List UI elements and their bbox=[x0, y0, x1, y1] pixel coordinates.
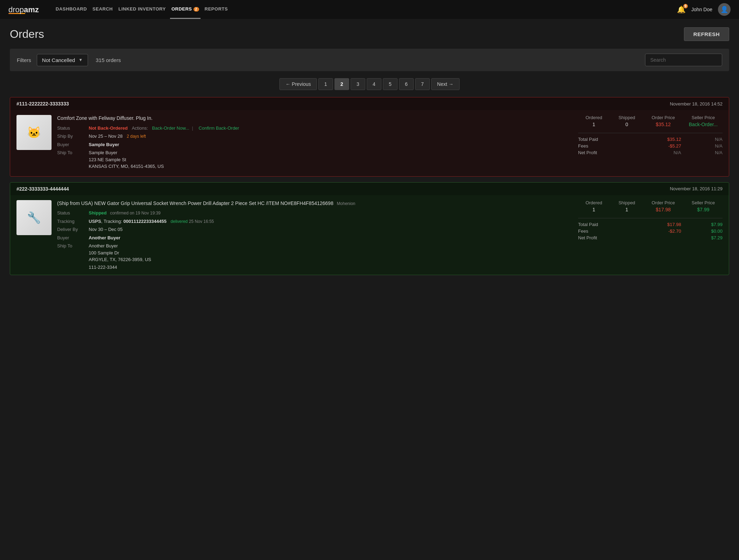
financials-grid: Total Paid $35.12 N/A Fees -$5.27 N/A Ne… bbox=[578, 133, 723, 155]
col-ordered: Ordered bbox=[578, 115, 610, 120]
col-seller-price: Seller Price bbox=[684, 200, 723, 205]
logo[interactable]: dropamz bbox=[8, 5, 39, 14]
tracking-row: Tracking USPS, Tracking: 000111222333444… bbox=[57, 218, 567, 225]
ship-to-row: Ship To Another Buyer100 Sample DrARGYLE… bbox=[57, 243, 567, 263]
nav-link-orders[interactable]: ORDERS2 bbox=[170, 0, 201, 19]
total-paid-seller: N/A bbox=[715, 137, 723, 142]
net-profit-label: Net Profit bbox=[578, 235, 597, 240]
page-button-2[interactable]: 2 bbox=[334, 78, 349, 90]
search-input[interactable] bbox=[645, 54, 722, 66]
nav-link-dashboard[interactable]: DASHBOARD bbox=[54, 0, 88, 19]
product-name: (Ship from USA) NEW Gator Grip Universal… bbox=[57, 200, 567, 207]
page-button-7[interactable]: 7 bbox=[415, 78, 430, 90]
filter-dropdown[interactable]: Not Cancelled ▼ bbox=[37, 54, 88, 66]
nav-links: DASHBOARDSEARCHLINKED INVENTORYORDERS2RE… bbox=[54, 0, 229, 19]
fees-order: -$5.27 bbox=[668, 143, 681, 149]
page-button-3[interactable]: 3 bbox=[351, 78, 365, 90]
order-body: 🔧 (Ship from USA) NEW Gator Grip Univers… bbox=[10, 195, 729, 275]
order-stats: Ordered Shipped Order Price Seller Price… bbox=[572, 200, 723, 270]
confirm-backorder-link[interactable]: Confirm Back-Order bbox=[199, 125, 239, 131]
status-value: Not Back-Ordered bbox=[89, 125, 128, 131]
page-title: Orders bbox=[10, 28, 44, 41]
main-content: Orders REFRESH Filters Not Cancelled ▼ 3… bbox=[0, 19, 739, 289]
logo-drop: drop bbox=[8, 5, 24, 14]
refresh-button[interactable]: REFRESH bbox=[684, 27, 729, 41]
total-paid-label: Total Paid bbox=[578, 137, 598, 142]
order-body: 🐱 Comfort Zone with Feliway Diffuser. Pl… bbox=[10, 110, 729, 176]
status-actions: Not Back-Ordered Actions: Back-Order Now… bbox=[89, 125, 239, 132]
days-left-badge: 2 days left bbox=[127, 134, 146, 139]
net-profit-seller: $7.29 bbox=[711, 235, 723, 240]
bell-badge: 9 bbox=[683, 4, 688, 8]
deliver-by-label: Deliver By bbox=[57, 226, 89, 233]
order-id: #222-3333333-4444444 bbox=[16, 186, 69, 192]
status-actions: Shipped confirmed on 19 Nov 19:39 bbox=[89, 210, 161, 217]
actions-label: Actions: bbox=[132, 125, 148, 131]
user-name[interactable]: John Doe bbox=[691, 7, 712, 12]
product-image-placeholder: 🔧 bbox=[16, 200, 52, 235]
buyer-row: Buyer Another Buyer bbox=[57, 234, 567, 241]
ship-by-label: Ship By bbox=[57, 133, 89, 140]
orders-count: 315 orders bbox=[96, 57, 121, 63]
backorder-now-link[interactable]: Back-Order Now... bbox=[152, 125, 189, 131]
order-price-value: $17.98 bbox=[644, 207, 683, 212]
status-value: Shipped bbox=[89, 210, 107, 216]
total-paid-seller: $7.99 bbox=[711, 222, 723, 227]
order-stats: Ordered Shipped Order Price Seller Price… bbox=[572, 115, 723, 171]
ordered-value: 1 bbox=[578, 207, 610, 212]
prev-page-button[interactable]: ← Previous bbox=[279, 78, 317, 90]
tracking-date: 25 Nov 16:55 bbox=[189, 219, 214, 224]
product-image: 🐱 bbox=[16, 115, 52, 150]
col-seller-price: Seller Price bbox=[684, 115, 723, 120]
order-details: (Ship from USA) NEW Gator Grip Universal… bbox=[57, 200, 567, 270]
stats-header: Ordered Shipped Order Price Seller Price bbox=[578, 115, 723, 120]
filters-bar: Filters Not Cancelled ▼ 315 orders bbox=[10, 49, 729, 71]
stats-values: 1 0 $35.12 Back-Order... bbox=[578, 122, 723, 127]
status-row: Status Shipped confirmed on 19 Nov 19:39 bbox=[57, 210, 567, 217]
nav-link-search[interactable]: SEARCH bbox=[91, 0, 114, 19]
net-profit-order: N/A bbox=[673, 150, 681, 155]
page-buttons: 1234567 bbox=[318, 78, 430, 90]
net-profit-label: Net Profit bbox=[578, 150, 597, 155]
buyer-label: Buyer bbox=[57, 234, 89, 241]
bell-button[interactable]: 🔔 9 bbox=[677, 5, 686, 14]
tracking-value: USPS, Tracking: 00011122233344455 delive… bbox=[89, 218, 214, 225]
order-price-value: $35.12 bbox=[644, 122, 683, 127]
buyer-label: Buyer bbox=[57, 141, 89, 148]
page-button-4[interactable]: 4 bbox=[367, 78, 381, 90]
ship-to-label: Ship To bbox=[57, 243, 89, 250]
col-order-price: Order Price bbox=[644, 200, 683, 205]
stats-header: Ordered Shipped Order Price Seller Price bbox=[578, 200, 723, 205]
nav-badge-orders: 2 bbox=[194, 7, 199, 12]
seller-price-value: $7.99 bbox=[684, 207, 723, 212]
logo-amz: amz bbox=[24, 5, 39, 14]
filter-selected-value: Not Cancelled bbox=[42, 57, 75, 63]
page-button-1[interactable]: 1 bbox=[318, 78, 333, 90]
status-row: Status Not Back-Ordered Actions: Back-Or… bbox=[57, 125, 567, 132]
orders-container: #111-2222222-3333333 November 18, 2016 1… bbox=[10, 97, 729, 275]
shipped-value: 0 bbox=[611, 122, 643, 127]
page-button-6[interactable]: 6 bbox=[399, 78, 414, 90]
pagination: ← Previous 1234567 Next → bbox=[10, 78, 729, 90]
page-button-5[interactable]: 5 bbox=[383, 78, 398, 90]
deliver-by-dates: Nov 30 – Dec 05 bbox=[89, 226, 123, 233]
order-details: Comfort Zone with Feliway Diffuser. Plug… bbox=[57, 115, 567, 171]
shipped-value: 1 bbox=[611, 207, 643, 212]
status-label: Status bbox=[57, 210, 89, 217]
nav-link-reports[interactable]: REPORTS bbox=[203, 0, 229, 19]
carrier-name: USPS bbox=[89, 219, 101, 224]
next-page-button[interactable]: Next → bbox=[431, 78, 460, 90]
avatar[interactable]: 👤 bbox=[718, 3, 731, 16]
total-paid-order: $35.12 bbox=[667, 137, 681, 142]
nav-right: 🔔 9 John Doe 👤 bbox=[677, 3, 731, 16]
buyer-row: Buyer Sample Buyer bbox=[57, 141, 567, 148]
fees-label: Fees bbox=[578, 228, 588, 234]
status-label: Status bbox=[57, 125, 89, 132]
fees-seller: N/A bbox=[715, 143, 723, 149]
col-order-price: Order Price bbox=[644, 115, 683, 120]
buyer-name: Another Buyer bbox=[89, 234, 120, 241]
order-header: #111-2222222-3333333 November 18, 2016 1… bbox=[10, 97, 729, 110]
ship-to-address: Another Buyer100 Sample DrARGYLE, TX, 76… bbox=[89, 243, 151, 263]
nav-link-linked-inventory[interactable]: LINKED INVENTORY bbox=[117, 0, 167, 19]
ordered-value: 1 bbox=[578, 122, 610, 127]
